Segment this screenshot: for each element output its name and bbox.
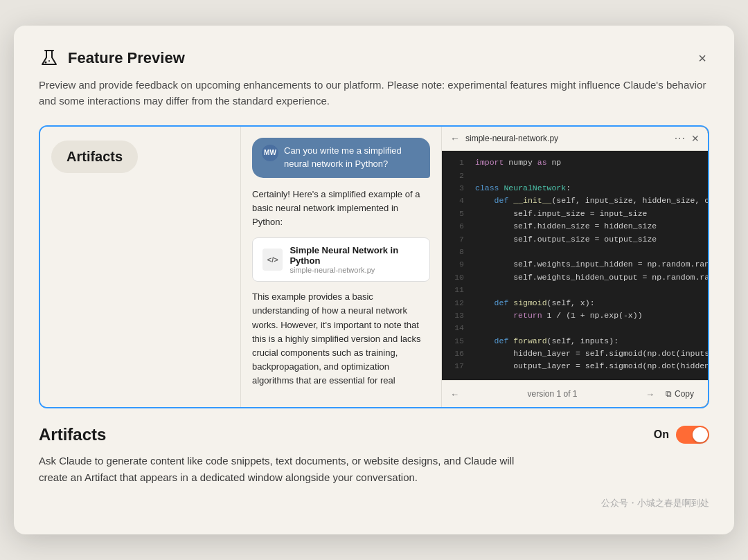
- bottom-header: Artifacts On: [39, 425, 709, 444]
- footer-nav-next: →: [645, 389, 654, 399]
- code-line-4: 4 def __init__(self, input_size, hidden_…: [442, 195, 708, 207]
- back-arrow-icon[interactable]: ←: [450, 133, 460, 144]
- code-panel-filename: simple-neural-network.py: [465, 134, 669, 143]
- watermark: 公众号・小城之春是啊到处: [39, 497, 709, 509]
- code-line-8: 8: [442, 246, 708, 258]
- code-line-5: 5 self.input_size = input_size: [442, 208, 708, 220]
- avatar: MW: [262, 145, 278, 161]
- toggle-area: On: [654, 426, 709, 444]
- code-line-12: 12 def sigmoid(self, x):: [442, 297, 708, 309]
- svg-point-2: [48, 60, 50, 62]
- code-line-16: 16 hidden_layer = self.sigmoid(np.dot(in…: [442, 347, 708, 360]
- code-panel: ← simple-neural-network.py ··· ✕ 1 impor…: [442, 127, 708, 407]
- assistant-text-2: This example provides a basic understand…: [252, 290, 430, 388]
- svg-point-1: [45, 61, 47, 63]
- toggle-label: On: [654, 428, 669, 441]
- code-panel-actions: ··· ✕: [675, 132, 700, 145]
- feature-preview-modal: Feature Preview × Preview and provide fe…: [14, 26, 734, 535]
- code-line-14: 14: [442, 322, 708, 334]
- code-line-9: 9 self.weights_input_hidden = np.random.…: [442, 258, 708, 271]
- sidebar-item-artifacts[interactable]: Artifacts: [51, 141, 138, 173]
- bottom-title: Artifacts: [39, 425, 106, 444]
- code-line-6: 6 self.hidden_size = hidden_size: [442, 220, 708, 233]
- bottom-description: Ask Claude to generate content like code…: [39, 453, 524, 486]
- toggle-knob: [693, 427, 708, 442]
- code-panel-close-icon[interactable]: ✕: [691, 133, 700, 144]
- code-line-11: 11: [442, 284, 708, 296]
- file-title: Simple Neural Network in Python: [290, 245, 420, 266]
- code-panel-footer: ← version 1 of 1 → ⧉ Copy: [442, 380, 708, 407]
- code-line-2: 2: [442, 170, 708, 182]
- preview-pane: MW Can you write me a simplified neural …: [241, 127, 708, 407]
- modal-title: Feature Preview: [68, 49, 695, 67]
- code-line-13: 13 return 1 / (1 + np.exp(-x)): [442, 309, 708, 322]
- copy-icon: ⧉: [666, 389, 672, 399]
- version-text: version 1 of 1: [465, 389, 640, 399]
- code-line-17: 17 output_layer = self.sigmoid(np.dot(hi…: [442, 360, 708, 372]
- content-area: Artifacts MW Can you write me a simplifi…: [39, 125, 709, 408]
- sidebar: Artifacts: [40, 127, 241, 407]
- modal-header: Feature Preview ×: [39, 48, 709, 69]
- flask-icon: [39, 48, 60, 69]
- code-line-1: 1 import numpy as np: [442, 156, 708, 169]
- code-panel-header: ← simple-neural-network.py ··· ✕: [442, 127, 708, 151]
- copy-button[interactable]: ⧉ Copy: [660, 386, 700, 401]
- close-button[interactable]: ×: [695, 48, 709, 68]
- next-version-icon[interactable]: →: [645, 389, 654, 399]
- code-line-10: 10 self.weights_hidden_output = np.rando…: [442, 271, 708, 284]
- toggle-switch[interactable]: [676, 426, 709, 444]
- code-line-3: 3 class NeuralNetwork:: [442, 182, 708, 195]
- prev-version-icon[interactable]: ←: [450, 389, 459, 399]
- footer-nav: ←: [450, 389, 459, 399]
- modal-subtitle: Preview and provide feedback on upcoming…: [39, 77, 709, 109]
- chat-area: MW Can you write me a simplified neural …: [241, 127, 442, 407]
- code-content: 1 import numpy as np 2 3 class NeuralNet…: [442, 151, 708, 380]
- more-options-icon[interactable]: ···: [675, 132, 686, 145]
- user-message-text: Can you write me a simplified neural net…: [284, 145, 420, 171]
- bottom-section: Artifacts On Ask Claude to generate cont…: [39, 408, 709, 491]
- code-icon: </>: [262, 249, 283, 271]
- code-file-info: Simple Neural Network in Python simple-n…: [290, 245, 420, 274]
- assistant-text-1: Certainly! Here's a simplified example o…: [252, 188, 430, 229]
- code-file-card[interactable]: </> Simple Neural Network in Python simp…: [252, 237, 430, 282]
- user-message-bubble: MW Can you write me a simplified neural …: [252, 138, 430, 178]
- code-line-7: 7 self.output_size = output_size: [442, 233, 708, 246]
- file-name: simple-neural-network.py: [290, 266, 420, 274]
- code-line-15: 15 def forward(self, inputs):: [442, 335, 708, 347]
